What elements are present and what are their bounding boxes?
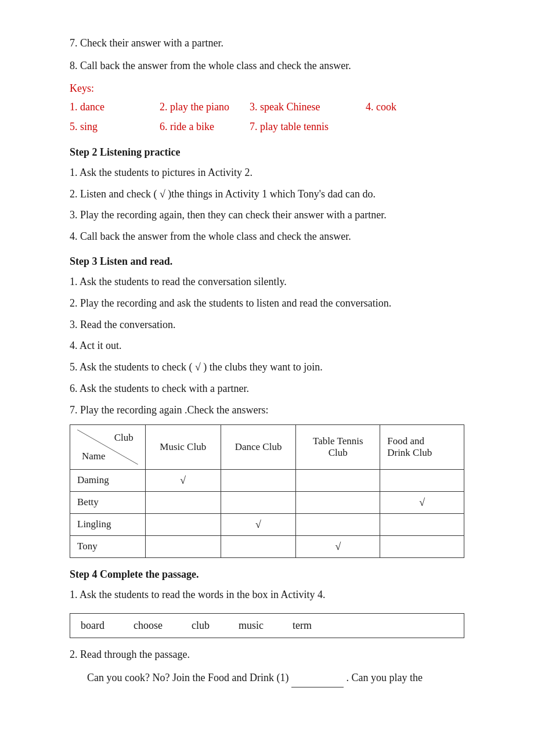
step4-item1: 1. Ask the students to read the words in… (70, 586, 464, 603)
step3-item1-text: 1. Ask the students to read the conversa… (70, 276, 287, 287)
step3-item2: 2. Play the recording and ask the studen… (70, 295, 464, 312)
cell-tony-name: Tony (70, 535, 146, 557)
check-daming-music: √ (180, 474, 186, 486)
cell-tony-dance (221, 535, 296, 557)
word-box: board choose club music term (70, 613, 464, 638)
step2-item3: 3. Play the recording again, then they c… (70, 207, 464, 224)
step3-item7-text: 7. Play the recording again .Check the a… (70, 404, 268, 416)
cell-tony-music (145, 535, 221, 557)
step2-item2: 2. Listen and check ( √ )the things in A… (70, 186, 464, 203)
word-box-inner: board choose club music term (81, 620, 453, 632)
table-header-food-drink-club: Food and Drink Club (380, 424, 464, 469)
check-tony-tabletennis: √ (335, 541, 341, 552)
step3-item3: 3. Read the conversation. (70, 316, 464, 333)
step3-item6: 6. Ask the students to check with a part… (70, 380, 464, 397)
header-name: Name (82, 451, 106, 462)
word-term: term (293, 620, 312, 632)
cell-daming-dance (221, 469, 296, 491)
cell-lingling-tabletennis (296, 513, 380, 535)
step3-item5-text: 5. Ask the students to check ( √ ) the c… (70, 361, 323, 373)
step4-heading-text: Step 4 Complete the passage. (70, 568, 199, 580)
passage-start: Can you cook? No? Join the Food and Drin… (87, 672, 288, 683)
header-club: Club (114, 432, 134, 444)
cell-lingling-music (145, 513, 221, 535)
passage-blank1 (291, 669, 344, 687)
cell-lingling-fooddrink (380, 513, 464, 535)
cell-daming-name: Daming (70, 469, 146, 491)
key-4: 4. cook (366, 98, 456, 116)
table-header-dance-club: Dance Club (221, 424, 296, 469)
passage-text: Can you cook? No? Join the Food and Drin… (70, 669, 464, 687)
step2-heading-text: Step 2 Listening practice (70, 146, 181, 158)
instruction-item7: 7. Check their answer with a partner. (70, 35, 464, 52)
word-choose: choose (134, 620, 163, 632)
key-6: 6. ride a bike (160, 118, 250, 136)
step2-item1: 1. Ask the students to pictures in Activ… (70, 164, 464, 181)
step4-item2: 2. Read through the passage. (70, 646, 464, 663)
step2-heading: Step 2 Listening practice (70, 146, 464, 159)
keys-row1: 1. dance 2. play the piano 3. speak Chin… (70, 98, 464, 116)
table-row-lingling: Lingling √ (70, 513, 464, 535)
step3-item1: 1. Ask the students to read the conversa… (70, 273, 464, 290)
header-fooddrink-line2: Drink Club (387, 447, 432, 458)
step3-item4-text: 4. Act it out. (70, 340, 122, 351)
cell-betty-name: Betty (70, 491, 146, 513)
step2-item4: 4. Call back the answer from the whole c… (70, 228, 464, 245)
passage-end: . Can you play the (346, 672, 422, 683)
table-header-table-tennis-club: Table Tennis Club (296, 424, 380, 469)
club-table: Club Name Music Club Dance Club Table Te… (70, 424, 464, 558)
step3-item6-text: 6. Ask the students to check with a part… (70, 383, 249, 394)
step3-item2-text: 2. Play the recording and ask the studen… (70, 297, 391, 309)
key-2: 2. play the piano (160, 98, 250, 116)
step2-item2-text: 2. Listen and check ( √ )the things in A… (70, 188, 376, 200)
table-row-daming: Daming √ (70, 469, 464, 491)
cell-daming-tabletennis (296, 469, 380, 491)
instruction-item8-text: 8. Call back the answer from the whole c… (70, 60, 351, 71)
step3-item5: 5. Ask the students to check ( √ ) the c… (70, 359, 464, 376)
cell-betty-dance (221, 491, 296, 513)
step3-item3-text: 3. Read the conversation. (70, 319, 175, 330)
header-tabletennis-line1: Table Tennis (313, 435, 363, 447)
keys-label-text: Keys: (70, 82, 94, 94)
cell-betty-music (145, 491, 221, 513)
word-music: music (239, 620, 264, 632)
key-1: 1. dance (70, 98, 160, 116)
check-betty-fooddrink: √ (419, 496, 425, 508)
step3-heading: Step 3 Listen and read. (70, 255, 464, 268)
table-header-corner: Club Name (70, 424, 146, 469)
word-club: club (192, 620, 210, 632)
cell-daming-music: √ (145, 469, 221, 491)
keys-label: Keys: (70, 82, 464, 95)
step4-heading: Step 4 Complete the passage. (70, 568, 464, 581)
step4-item2-text: 2. Read through the passage. (70, 649, 190, 660)
keys-row2: 5. sing 6. ride a bike 7. play table ten… (70, 118, 464, 136)
word-board: board (81, 620, 104, 632)
instruction-item7-text: 7. Check their answer with a partner. (70, 37, 223, 49)
cell-tony-tabletennis: √ (296, 535, 380, 557)
check-lingling-dance: √ (255, 519, 261, 530)
cell-lingling-name: Lingling (70, 513, 146, 535)
key-5: 5. sing (70, 118, 160, 136)
step4-item1-text: 1. Ask the students to read the words in… (70, 589, 325, 600)
table-header-music-club: Music Club (145, 424, 221, 469)
cell-betty-tabletennis (296, 491, 380, 513)
step2-item1-text: 1. Ask the students to pictures in Activ… (70, 167, 252, 178)
cell-tony-fooddrink (380, 535, 464, 557)
header-tabletennis-line2: Club (329, 447, 348, 458)
table-row-tony: Tony √ (70, 535, 464, 557)
step3-item4: 4. Act it out. (70, 337, 464, 354)
cell-betty-fooddrink: √ (380, 491, 464, 513)
cell-daming-fooddrink (380, 469, 464, 491)
table-row-betty: Betty √ (70, 491, 464, 513)
instruction-item8: 8. Call back the answer from the whole c… (70, 57, 464, 74)
cell-lingling-dance: √ (221, 513, 296, 535)
step3-item7: 7. Play the recording again .Check the a… (70, 402, 464, 419)
step3-heading-text: Step 3 Listen and read. (70, 255, 172, 267)
step2-item3-text: 3. Play the recording again, then they c… (70, 209, 387, 221)
key-3: 3. speak Chinese (250, 98, 366, 116)
step2-item4-text: 4. Call back the answer from the whole c… (70, 231, 351, 242)
header-fooddrink-line1: Food and (387, 435, 424, 447)
key-7: 7. play table tennis (250, 118, 366, 136)
